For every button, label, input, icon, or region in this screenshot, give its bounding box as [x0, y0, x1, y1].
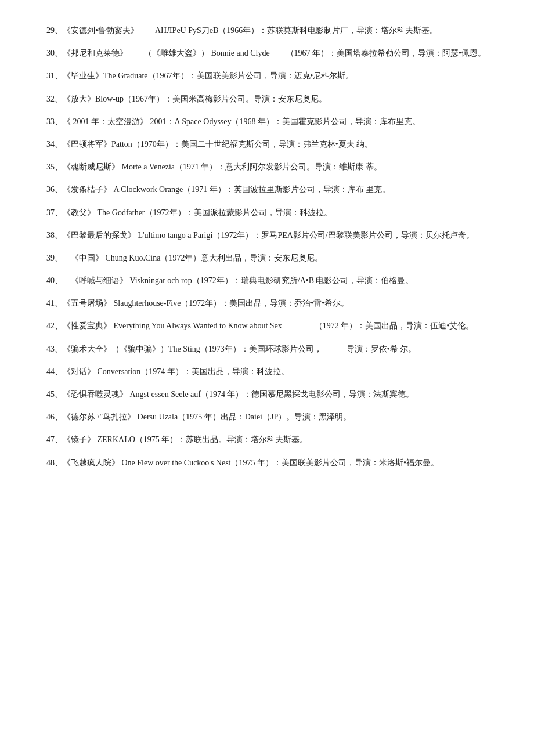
list-item: 44、《对话》 Conversation（1974 年）：美国出品，导演：科波拉…	[46, 364, 488, 379]
entry-text: 31、《毕业生》The Graduate（1967年）：美国联美影片公司，导演：…	[46, 68, 488, 83]
list-item: 36、《发条桔子》 A Clockwork Orange（1971 年）：英国波…	[46, 182, 488, 197]
list-item: 41、《五号屠场》 Slaughterhouse-Five（1972年）：美国出…	[46, 296, 488, 310]
list-item: 40、 《呼喊与细语》 Viskningar och rop（1972年）：瑞典…	[46, 273, 488, 288]
list-item: 33、《 2001 年：太空漫游》 2001：A Space Odyssey（1…	[46, 114, 488, 129]
list-item: 45、《恐惧吞噬灵魂》 Angst essen Seele auf（1974 年…	[46, 387, 488, 401]
entry-text: 33、《 2001 年：太空漫游》 2001：A Space Odyssey（1…	[46, 114, 488, 129]
main-content: 29、《安德列•鲁勃寥夫》 AHЛPeU PyS刀eB（1966年）：苏联莫斯科…	[46, 23, 488, 470]
entry-text: 38、《巴黎最后的探戈》 L'ultimo tango a Parigi（197…	[46, 228, 488, 243]
list-item: 47、《镜子》 ZERKALO（1975 年）：苏联出品。导演：塔尔科夫斯基。	[46, 432, 488, 447]
entry-text: 45、《恐惧吞噬灵魂》 Angst essen Seele auf（1974 年…	[46, 387, 488, 401]
entry-text: 32、《放大》Blow-up（1967年）：美国米高梅影片公司。导演：安东尼奥尼…	[46, 92, 488, 106]
list-item: 42、《性爱宝典》 Everything You Always Wanted t…	[46, 319, 488, 333]
entry-text: 30、《邦尼和克莱德》 （《雌雄大盗》） Bonnie and Clyde （1…	[46, 46, 488, 60]
entry-text: 42、《性爱宝典》 Everything You Always Wanted t…	[46, 319, 488, 333]
list-item: 31、《毕业生》The Graduate（1967年）：美国联美影片公司，导演：…	[46, 68, 488, 83]
entry-text: 44、《对话》 Conversation（1974 年）：美国出品，导演：科波拉…	[46, 364, 488, 379]
entry-text: 34、《巴顿将军》Patton（1970年）：美国二十世纪福克斯公司，导演：弗兰…	[46, 137, 488, 151]
entry-text: 35、《魂断威尼斯》 Morte a Venezia（1971 年）：意大利阿尔…	[46, 160, 488, 174]
entry-text: 46、《德尔苏 \"鸟扎拉》 Dersu Uzala（1975 年）出品：Dai…	[46, 410, 488, 424]
entry-text: 40、 《呼喊与细语》 Viskningar och rop（1972年）：瑞典…	[46, 273, 488, 288]
list-item: 48、《飞越疯人院》 One Flew over the Cuckoo's Ne…	[46, 455, 488, 470]
list-item: 35、《魂断威尼斯》 Morte a Venezia（1971 年）：意大利阿尔…	[46, 160, 488, 174]
entry-text: 48、《飞越疯人院》 One Flew over the Cuckoo's Ne…	[46, 455, 488, 470]
list-item: 39、 《中国》 Chung Kuo.Cina（1972年）意大利出品，导演：安…	[46, 251, 488, 265]
list-item: 43、《骗术大全》（《骗中骗》）The Sting（1973年）：美国环球影片公…	[46, 342, 488, 356]
list-item: 38、《巴黎最后的探戈》 L'ultimo tango a Parigi（197…	[46, 228, 488, 243]
list-item: 32、《放大》Blow-up（1967年）：美国米高梅影片公司。导演：安东尼奥尼…	[46, 92, 488, 106]
list-item: 37、《教父》 The Godfather（1972年）：美国派拉蒙影片公司，导…	[46, 205, 488, 220]
list-item: 46、《德尔苏 \"鸟扎拉》 Dersu Uzala（1975 年）出品：Dai…	[46, 410, 488, 424]
list-item: 30、《邦尼和克莱德》 （《雌雄大盗》） Bonnie and Clyde （1…	[46, 46, 488, 60]
list-item: 34、《巴顿将军》Patton（1970年）：美国二十世纪福克斯公司，导演：弗兰…	[46, 137, 488, 151]
list-item: 29、《安德列•鲁勃寥夫》 AHЛPeU PyS刀eB（1966年）：苏联莫斯科…	[46, 23, 488, 38]
entry-text: 37、《教父》 The Godfather（1972年）：美国派拉蒙影片公司，导…	[46, 205, 488, 220]
entry-text: 29、《安德列•鲁勃寥夫》 AHЛPeU PyS刀eB（1966年）：苏联莫斯科…	[46, 23, 488, 38]
entry-text: 41、《五号屠场》 Slaughterhouse-Five（1972年）：美国出…	[46, 296, 488, 310]
entry-text: 36、《发条桔子》 A Clockwork Orange（1971 年）：英国波…	[46, 182, 488, 197]
entry-text: 43、《骗术大全》（《骗中骗》）The Sting（1973年）：美国环球影片公…	[46, 342, 488, 356]
entry-text: 47、《镜子》 ZERKALO（1975 年）：苏联出品。导演：塔尔科夫斯基。	[46, 432, 488, 447]
entry-text: 39、 《中国》 Chung Kuo.Cina（1972年）意大利出品，导演：安…	[46, 251, 488, 265]
